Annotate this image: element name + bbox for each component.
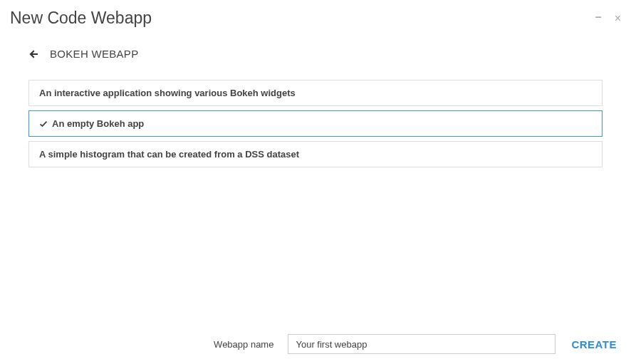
dialog-header: New Code Webapp – × xyxy=(0,0,631,48)
webapp-name-label: Webapp name xyxy=(214,339,273,350)
template-option[interactable]: A simple histogram that can be created f… xyxy=(28,141,603,167)
window-controls: – × xyxy=(595,13,621,24)
template-option-label: A simple histogram that can be created f… xyxy=(39,149,299,160)
back-arrow-icon[interactable] xyxy=(28,48,40,60)
template-option-label: An empty Bokeh app xyxy=(52,118,144,129)
dialog-title: New Code Webapp xyxy=(10,9,152,28)
template-option[interactable]: An interactive application showing vario… xyxy=(28,80,603,106)
webapp-name-input[interactable] xyxy=(288,334,556,354)
close-icon[interactable]: × xyxy=(615,13,621,24)
minimize-icon[interactable]: – xyxy=(595,11,602,23)
dialog-footer: Webapp name CREATE xyxy=(0,334,631,354)
check-icon xyxy=(39,120,48,128)
breadcrumb: BOKEH WEBAPP xyxy=(0,48,631,80)
template-options-list: An interactive application showing vario… xyxy=(0,80,631,167)
template-option[interactable]: An empty Bokeh app xyxy=(28,110,603,137)
template-option-label: An interactive application showing vario… xyxy=(39,88,296,98)
webapp-type-title: BOKEH WEBAPP xyxy=(50,48,138,60)
create-button[interactable]: CREATE xyxy=(570,336,618,353)
